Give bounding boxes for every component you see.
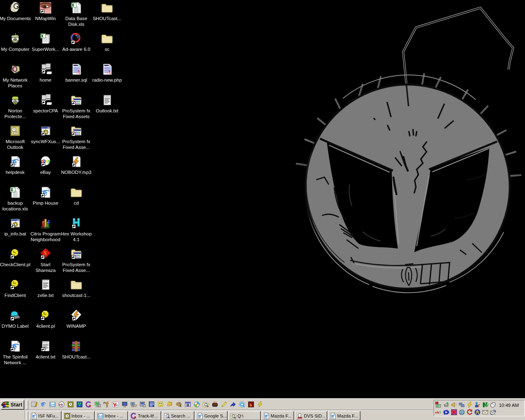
svg-text:c: c (116, 403, 118, 407)
svg-text:e: e (41, 401, 45, 408)
svg-text:N: N (483, 402, 487, 408)
svg-text:b: b (250, 402, 252, 407)
svg-text:6: 6 (76, 33, 80, 40)
svg-text:ebY: ebY (435, 411, 441, 414)
svg-text:ebY: ebY (59, 403, 65, 406)
